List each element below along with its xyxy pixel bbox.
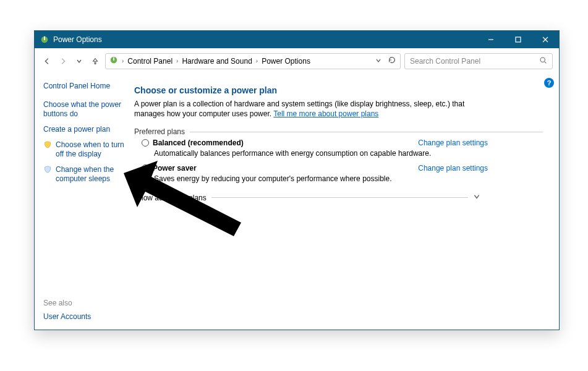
show-more-label: Show additional plans (134, 194, 207, 202)
sidebar-link-power-buttons[interactable]: Choose what the power buttons do (43, 100, 124, 119)
window-title: Power Options (53, 35, 102, 44)
address-icon (109, 56, 118, 66)
plan-power-saver: Power saver Change plan settings Saves e… (142, 164, 543, 183)
shield-icon (43, 140, 52, 149)
app-icon (40, 35, 49, 45)
breadcrumb-seg-1[interactable]: Control Panel (127, 57, 173, 66)
radio-balanced[interactable] (142, 139, 149, 147)
svg-point-8 (540, 58, 545, 62)
chevron-right-icon: › (255, 58, 259, 64)
svg-rect-1 (44, 36, 45, 40)
change-settings-link[interactable]: Change plan settings (418, 139, 488, 147)
radio-power-saver[interactable] (142, 164, 149, 172)
chevron-down-icon (473, 193, 480, 202)
maximize-button[interactable] (505, 31, 532, 48)
chevron-right-icon: › (175, 58, 179, 64)
see-also-label: See also (43, 299, 91, 307)
shield-icon (43, 165, 52, 174)
plan-name[interactable]: Balanced (recommended) (153, 139, 244, 147)
chevron-down-icon[interactable] (375, 57, 381, 66)
main-panel: ? Choose or customize a power plan A pow… (130, 74, 559, 330)
sidebar: Control Panel Home Choose what the power… (35, 74, 130, 330)
back-button[interactable] (41, 55, 53, 67)
recent-dropdown[interactable] (73, 55, 85, 67)
window-frame: Power Options › Control P (34, 30, 560, 330)
plan-desc: Saves energy by reducing your computer's… (154, 174, 543, 183)
sidebar-home[interactable]: Control Panel Home (43, 82, 124, 90)
group-label: Preferred plans (134, 127, 189, 136)
learn-more-link[interactable]: Tell me more about power plans (273, 109, 378, 118)
change-settings-link[interactable]: Change plan settings (418, 164, 488, 173)
titlebar: Power Options (35, 31, 559, 48)
svg-rect-7 (113, 58, 114, 61)
toolbar: › Control Panel › Hardware and Sound › P… (35, 48, 559, 74)
plan-balanced: Balanced (recommended) Change plan setti… (142, 139, 543, 158)
help-button[interactable]: ? (544, 78, 554, 88)
sidebar-link-create-plan[interactable]: Create a power plan (43, 125, 124, 134)
address-bar[interactable]: › Control Panel › Hardware and Sound › P… (105, 53, 401, 69)
svg-line-9 (545, 61, 546, 62)
content-area: Control Panel Home Choose what the power… (35, 74, 559, 330)
up-button[interactable] (89, 55, 101, 67)
search-placeholder: Search Control Panel (410, 57, 480, 66)
refresh-button[interactable] (388, 56, 396, 66)
preferred-plans-group: Preferred plans Balanced (recommended) C… (134, 127, 543, 183)
search-input[interactable]: Search Control Panel (404, 53, 553, 69)
see-also: See also User Accounts (43, 299, 91, 321)
page-description: A power plan is a collection of hardware… (134, 99, 480, 119)
sidebar-link-sleep[interactable]: Change when the computer sleeps (56, 165, 124, 184)
search-icon (539, 56, 547, 66)
sidebar-link-display-off[interactable]: Choose when to turn off the display (56, 140, 124, 159)
plan-desc: Automatically balances performance with … (154, 149, 543, 158)
chevron-right-icon: › (121, 58, 125, 64)
minimize-button[interactable] (477, 31, 505, 48)
see-also-user-accounts[interactable]: User Accounts (43, 312, 91, 321)
divider (211, 197, 468, 198)
page-title: Choose or customize a power plan (134, 85, 543, 95)
close-button[interactable] (532, 31, 559, 48)
show-additional-plans[interactable]: Show additional plans (134, 193, 480, 203)
svg-rect-3 (516, 37, 521, 42)
plan-name[interactable]: Power saver (153, 164, 197, 173)
forward-button[interactable] (57, 55, 69, 67)
breadcrumb-seg-2[interactable]: Hardware and Sound (182, 57, 252, 66)
breadcrumb-seg-3[interactable]: Power Options (262, 57, 310, 66)
